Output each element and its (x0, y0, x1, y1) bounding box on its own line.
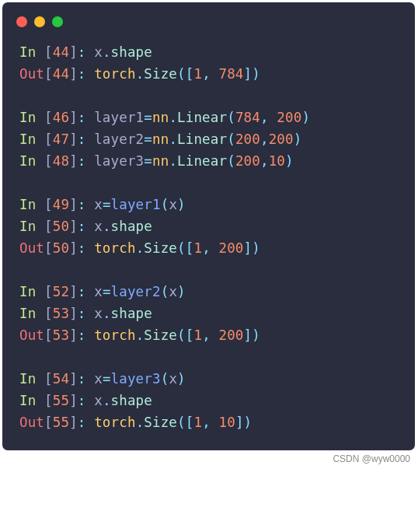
code-line: In [52]: x=layer2(x) (19, 281, 415, 303)
code-line: In [46]: layer1=nn.Linear(784, 200) (19, 107, 415, 128)
code-line: In [48]: layer3=nn.Linear(200,10) (19, 150, 415, 172)
minimize-icon[interactable] (34, 16, 45, 27)
window-titlebar (2, 2, 415, 27)
terminal-window: In [44]: x.shapeOut[44]: torch.Size([1, … (2, 2, 415, 450)
code-line (19, 346, 415, 368)
code-line: Out[50]: torch.Size([1, 200]) (19, 237, 415, 259)
watermark: CSDN @wyw0000 (2, 450, 415, 464)
code-line: Out[53]: torch.Size([1, 200]) (19, 324, 415, 346)
code-block: In [44]: x.shapeOut[44]: torch.Size([1, … (2, 41, 415, 433)
code-line: Out[55]: torch.Size([1, 10]) (19, 411, 415, 433)
code-line: In [54]: x=layer3(x) (19, 368, 415, 390)
close-icon[interactable] (16, 16, 27, 27)
code-line: In [47]: layer2=nn.Linear(200,200) (19, 128, 415, 150)
code-line (19, 259, 415, 281)
code-line (19, 172, 415, 194)
code-line: In [55]: x.shape (19, 390, 415, 411)
code-line: In [50]: x.shape (19, 215, 415, 237)
zoom-icon[interactable] (52, 16, 63, 27)
code-line: In [44]: x.shape (19, 41, 415, 63)
code-line: In [49]: x=layer1(x) (19, 194, 415, 215)
code-line (19, 85, 415, 107)
code-line: In [53]: x.shape (19, 303, 415, 324)
code-line: Out[44]: torch.Size([1, 784]) (19, 63, 415, 85)
